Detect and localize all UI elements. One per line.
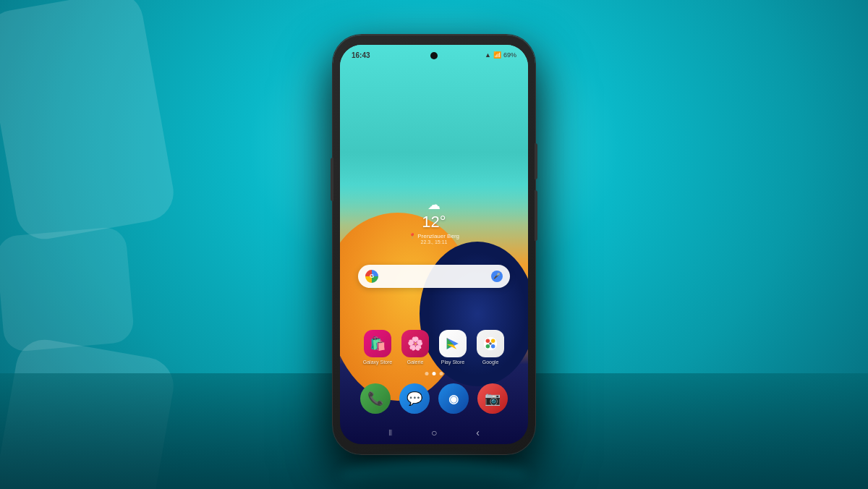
- page-indicators: [425, 372, 443, 375]
- navigation-bar: ⫴ ○ ‹: [369, 427, 499, 438]
- google-app-label: Google: [482, 360, 499, 365]
- page-dot-3: [440, 372, 443, 375]
- camera-hole: [430, 52, 438, 59]
- app-play-store[interactable]: Play Store: [437, 330, 469, 365]
- location-pin-icon: 📍: [409, 233, 416, 239]
- wallpaper-blue: [420, 242, 528, 386]
- app-google[interactable]: Google: [475, 330, 506, 365]
- power-button: [535, 143, 537, 179]
- phone-body: 16:43 ▲ 📶 69% ☁ 12° 📍 Prenzlauer Berg: [333, 35, 535, 454]
- google-g-letter: G: [370, 273, 374, 279]
- page-dot-2: [433, 372, 436, 375]
- play-store-icon: [439, 330, 467, 357]
- dock-phone[interactable]: 📞: [360, 383, 391, 414]
- voice-search-icon[interactable]: 🎤: [491, 271, 503, 282]
- nav-home-button[interactable]: ○: [431, 427, 437, 438]
- google-app-icon: [477, 330, 504, 357]
- phone-screen: 16:43 ▲ 📶 69% ☁ 12° 📍 Prenzlauer Berg: [340, 45, 528, 444]
- app-galaxy-store[interactable]: 🛍️ Galaxy Store: [362, 330, 393, 365]
- battery-icon: 69%: [503, 51, 516, 59]
- weather-temperature: 12°: [409, 213, 459, 231]
- galaxy-store-icon: 🛍️: [364, 330, 391, 357]
- svg-point-2: [491, 339, 495, 344]
- play-store-label: Play Store: [441, 360, 464, 365]
- google-logo: G: [365, 270, 378, 283]
- svg-point-3: [486, 344, 490, 349]
- galerie-label: Galerie: [407, 360, 424, 365]
- status-time: 16:43: [352, 51, 370, 59]
- dock-camera[interactable]: 📷: [477, 383, 508, 414]
- galaxy-store-label: Galaxy Store: [363, 360, 392, 365]
- phone: 16:43 ▲ 📶 69% ☁ 12° 📍 Prenzlauer Berg: [333, 35, 535, 454]
- dock: 📞 💬 ◉ 📷: [360, 383, 508, 414]
- wifi-icon: ▲: [485, 51, 491, 59]
- galerie-icon: 🌸: [401, 330, 429, 357]
- app-grid: 🛍️ Galaxy Store 🌸 Galerie: [362, 330, 506, 365]
- google-app-svg: [482, 336, 498, 352]
- bg-shape-left-bottom: [0, 226, 135, 352]
- bg-shape-left-top: [0, 0, 178, 244]
- weather-date: 22.3., 15:11: [409, 239, 459, 244]
- signal-icon: 📶: [493, 51, 501, 59]
- nav-back-button[interactable]: ‹: [476, 427, 480, 438]
- weather-widget: ☁ 12° 📍 Prenzlauer Berg 22.3., 15:11: [409, 197, 459, 244]
- search-bar[interactable]: G 🎤: [358, 265, 510, 288]
- weather-cloud-icon: ☁: [409, 197, 459, 213]
- volume-button: [331, 158, 333, 201]
- status-icons: ▲ 📶 69%: [485, 51, 516, 59]
- weather-location: 📍 Prenzlauer Berg: [409, 233, 459, 239]
- svg-point-1: [486, 339, 490, 344]
- play-store-svg: [445, 336, 461, 352]
- screen-content: 16:43 ▲ 📶 69% ☁ 12° 📍 Prenzlauer Berg: [340, 45, 528, 444]
- phone-reflection: [340, 460, 528, 489]
- svg-point-5: [489, 342, 492, 345]
- nav-recents-button[interactable]: ⫴: [388, 428, 392, 438]
- svg-point-4: [491, 344, 495, 349]
- dock-messages[interactable]: 💬: [399, 383, 430, 414]
- page-dot-1: [425, 372, 429, 375]
- bixby-button: [535, 190, 537, 241]
- dock-samsung[interactable]: ◉: [438, 383, 469, 414]
- app-galerie[interactable]: 🌸 Galerie: [399, 330, 431, 365]
